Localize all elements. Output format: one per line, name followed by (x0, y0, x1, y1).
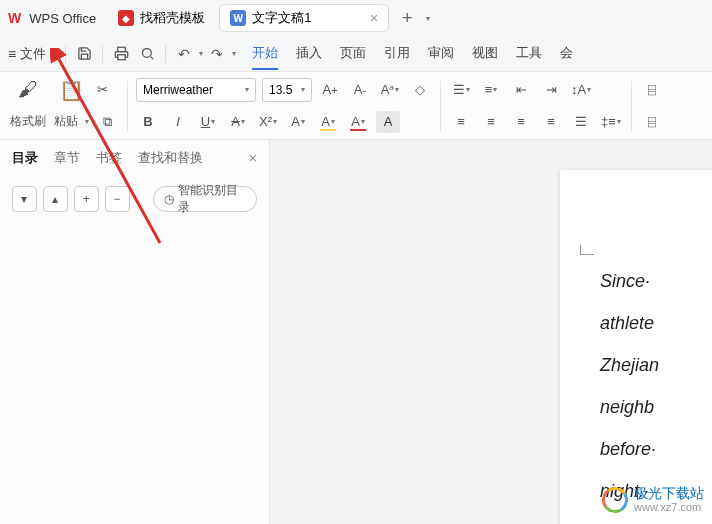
decrease-font-icon[interactable]: A- (348, 79, 372, 101)
style2-icon[interactable]: ⌸ (640, 111, 664, 133)
sidebar-close-icon[interactable]: × (249, 150, 257, 166)
change-case-icon[interactable]: Aᵃ▾ (378, 79, 402, 101)
wps-logo-icon: W (8, 10, 21, 26)
group-paste: 📋 ✂ 粘贴▾ ⧉ (54, 75, 119, 137)
paste-label[interactable]: 粘贴 (54, 113, 78, 130)
bold-button[interactable]: B (136, 111, 160, 133)
copy-icon[interactable]: ⧉ (95, 111, 119, 133)
smart-toc-label: 智能识别目录 (178, 182, 246, 216)
tab-review[interactable]: 审阅 (428, 38, 454, 70)
divider (165, 45, 166, 63)
collapse-down-button[interactable]: ▾ (12, 186, 37, 212)
clear-format-icon[interactable]: ◇ (408, 79, 432, 101)
group-paragraph: ☰▾ ≡▾ ⇤ ⇥ ↕A▾ ≡ ≡ ≡ ≡ ☰ ‡≡▾ (449, 75, 623, 137)
save-icon[interactable] (72, 42, 96, 66)
align-left-icon[interactable]: ≡ (449, 111, 473, 133)
tab-view[interactable]: 视图 (472, 38, 498, 70)
increase-font-icon[interactable]: A+ (318, 79, 342, 101)
shading-button[interactable]: A (376, 111, 400, 133)
collapse-up-button[interactable]: ▴ (43, 186, 68, 212)
watermark-url: www.xz7.com (634, 501, 704, 514)
hamburger-icon[interactable]: ≡ (8, 46, 16, 62)
undo-icon[interactable]: ↶ (172, 42, 196, 66)
strike-button[interactable]: A▾ (226, 111, 250, 133)
redo-icon[interactable]: ↷ (205, 42, 229, 66)
svg-rect-1 (117, 47, 125, 51)
watermark-logo-icon (600, 485, 630, 515)
align-center-icon[interactable]: ≡ (479, 111, 503, 133)
text-direction-icon[interactable]: ↕A▾ (569, 79, 593, 101)
ribbon: 🖌 格式刷 📋 ✂ 粘贴▾ ⧉ Merriweather▾ 13.5▾ A+ A… (0, 72, 712, 140)
undo-caret-icon[interactable]: ▾ (199, 49, 203, 58)
watermark: 极光下载站 www.xz7.com (602, 485, 704, 514)
italic-button[interactable]: I (166, 111, 190, 133)
align-right-icon[interactable]: ≡ (509, 111, 533, 133)
style-icon[interactable]: ⌸ (640, 79, 664, 101)
tab-page[interactable]: 页面 (340, 38, 366, 70)
indent-dec-icon[interactable]: ⇤ (509, 79, 533, 101)
tab-reference[interactable]: 引用 (384, 38, 410, 70)
print-preview-icon[interactable] (135, 42, 159, 66)
tab-document-label: 文字文稿1 (252, 9, 311, 27)
group-style: ⌸ ⌸ (640, 75, 664, 137)
format-brush-icon[interactable]: 🖌 (18, 78, 38, 101)
font-family-select[interactable]: Merriweather▾ (136, 78, 256, 102)
redo-caret-icon[interactable]: ▾ (232, 49, 236, 58)
document-text[interactable]: Since· athlete Zhejian neighb before· ni… (600, 260, 712, 512)
separator (631, 81, 632, 131)
divider (102, 45, 103, 63)
navigation-sidebar: 目录 章节 书签 查找和替换 × ▾ ▴ + − ◷ 智能识别目录 (0, 140, 270, 524)
doc-icon: W (230, 10, 246, 26)
watermark-name: 极光下载站 (634, 485, 704, 501)
cursor-indicator-icon (580, 245, 594, 255)
ai-toc-icon: ◷ (164, 192, 174, 206)
indent-inc-icon[interactable]: ⇥ (539, 79, 563, 101)
tab-insert[interactable]: 插入 (296, 38, 322, 70)
group-format-brush: 🖌 格式刷 (10, 75, 46, 137)
new-tab-button[interactable]: + (393, 4, 421, 32)
title-bar: W WPS Office ◆ 找稻壳模板 W 文字文稿1 × + ▾ (0, 0, 712, 36)
separator (440, 81, 441, 131)
tab-template-label: 找稻壳模板 (140, 9, 205, 27)
remove-button[interactable]: − (105, 186, 130, 212)
print-icon[interactable] (109, 42, 133, 66)
tab-member[interactable]: 会 (560, 38, 573, 70)
cut-icon[interactable]: ✂ (90, 79, 114, 101)
tab-options-icon[interactable]: ▾ (426, 14, 430, 23)
add-button[interactable]: + (74, 186, 99, 212)
sidebar-tab-find[interactable]: 查找和替换 (138, 149, 203, 167)
sidebar-tab-toc[interactable]: 目录 (12, 149, 38, 167)
app-name: WPS Office (29, 11, 96, 26)
sidebar-tab-chapter[interactable]: 章节 (54, 149, 80, 167)
close-tab-icon[interactable]: × (370, 10, 378, 26)
separator (127, 81, 128, 131)
line-spacing-icon[interactable]: ‡≡▾ (599, 111, 623, 133)
emphasis-button[interactable]: A▾ (286, 111, 310, 133)
tab-document[interactable]: W 文字文稿1 × (219, 4, 389, 32)
highlight-button[interactable]: A▾ (316, 111, 340, 133)
distribute-icon[interactable]: ☰ (569, 111, 593, 133)
tab-tools[interactable]: 工具 (516, 38, 542, 70)
font-size-select[interactable]: 13.5▾ (262, 78, 312, 102)
smart-toc-button[interactable]: ◷ 智能识别目录 (153, 186, 257, 212)
tab-template[interactable]: ◆ 找稻壳模板 (108, 4, 215, 32)
tab-start[interactable]: 开始 (252, 38, 278, 70)
sidebar-controls: ▾ ▴ + − ◷ 智能识别目录 (0, 176, 269, 222)
numbering-icon[interactable]: ≡▾ (479, 79, 503, 101)
format-brush-label[interactable]: 格式刷 (10, 113, 46, 130)
menu-bar: ≡ 文件 ▾ ↶ ▾ ↷ ▾ 开始 插入 页面 引用 审阅 视图 工具 会 (0, 36, 712, 72)
group-font: Merriweather▾ 13.5▾ A+ A- Aᵃ▾ ◇ B I U▾ A… (136, 75, 432, 137)
bullets-icon[interactable]: ☰▾ (449, 79, 473, 101)
paste-icon[interactable]: 📋 (59, 78, 84, 102)
document-canvas[interactable]: Since· athlete Zhejian neighb before· ni… (270, 140, 712, 524)
menu-file[interactable]: 文件 (20, 45, 46, 63)
superscript-button[interactable]: X²▾ (256, 111, 280, 133)
sidebar-tab-bookmark[interactable]: 书签 (96, 149, 122, 167)
file-caret-icon: ▾ (55, 49, 59, 58)
font-color-button[interactable]: A▾ (346, 111, 370, 133)
align-justify-icon[interactable]: ≡ (539, 111, 563, 133)
page[interactable]: Since· athlete Zhejian neighb before· ni… (560, 170, 712, 524)
underline-button[interactable]: U▾ (196, 111, 220, 133)
svg-point-2 (142, 49, 151, 58)
divider (65, 45, 66, 63)
